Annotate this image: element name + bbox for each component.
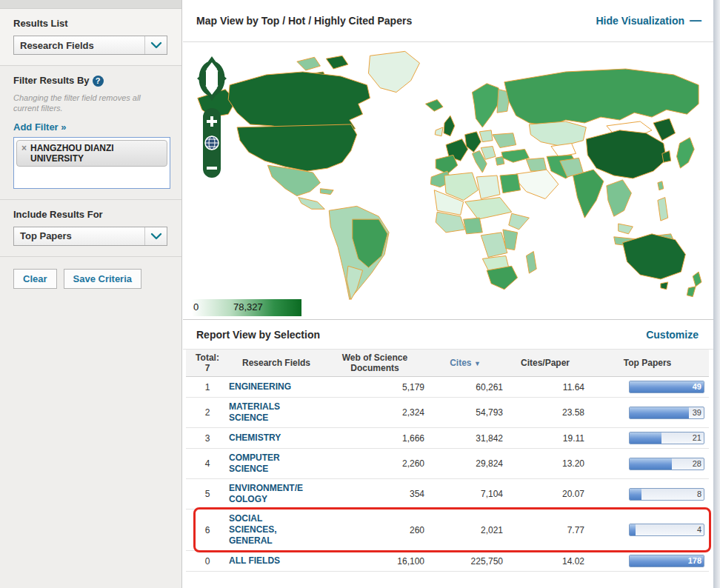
row-rank: 5 <box>186 489 229 499</box>
sidebar-top-strip <box>0 0 181 9</box>
row-cites: 2,021 <box>426 525 504 535</box>
col-wos-line2: Documents <box>324 363 426 373</box>
row-rank: 0 <box>186 556 229 567</box>
row-bar-cell: 8 <box>586 488 709 501</box>
chevron-down-icon <box>144 36 167 54</box>
hide-visualization-text: Hide Visualization <box>596 15 684 27</box>
col-top-papers: Top Papers <box>586 358 709 368</box>
research-field-link[interactable]: MATERIALS SCIENCE <box>229 401 303 424</box>
table-row: 6 SOCIAL SCIENCES, GENERAL 260 2,021 7.7… <box>186 510 709 551</box>
research-field-link[interactable]: ENVIRONMENT/ECOLOGY <box>229 483 303 505</box>
research-field-link[interactable]: SOCIAL SCIENCES, GENERAL <box>229 513 303 547</box>
row-docs: 354 <box>324 489 426 499</box>
row-cites: 60,261 <box>426 382 504 392</box>
add-filter-link[interactable]: Add Filter » <box>13 121 67 133</box>
row-rank: 2 <box>186 407 229 418</box>
clear-button[interactable]: Clear <box>13 269 57 289</box>
top-papers-value: 8 <box>697 490 701 498</box>
report-table-body: 1 ENGINEERING 5,179 60,261 11.64 49 2 MA… <box>186 377 709 572</box>
row-cites: 29,824 <box>426 458 504 469</box>
top-papers-value: 178 <box>688 556 701 565</box>
row-bar-cell: 178 <box>586 555 709 567</box>
include-results-section: Include Results For Top Papers <box>0 200 181 257</box>
table-row: 5 ENVIRONMENT/ECOLOGY 354 7,104 20.07 8 <box>186 479 709 510</box>
row-cites-per-paper: 14.02 <box>504 556 586 567</box>
map-area: 0 78,327 <box>183 42 713 320</box>
table-row: 4 COMPUTER SCIENCE 2,260 29,824 13.20 28 <box>186 449 709 479</box>
results-list-label: Results List <box>13 18 168 29</box>
map-pan-control[interactable] <box>195 56 229 101</box>
row-rank: 3 <box>186 433 229 444</box>
row-cites-per-paper: 19.11 <box>504 433 586 444</box>
col-total: Total: 7 <box>186 353 229 374</box>
report-view-title: Report View by Selection <box>196 329 320 341</box>
row-cites: 7,104 <box>426 489 504 499</box>
legend-min-value: 0 <box>193 301 199 313</box>
row-cites-per-paper: 13.20 <box>504 458 586 469</box>
top-papers-value: 28 <box>693 459 701 468</box>
row-docs: 1,666 <box>324 433 426 444</box>
row-cites-per-paper: 23.58 <box>504 407 586 418</box>
world-map-choropleth[interactable] <box>186 45 704 303</box>
help-icon[interactable]: ? <box>93 76 104 87</box>
row-bar-cell: 21 <box>586 432 709 444</box>
main-panel: Map View by Top / Hot / Highly Cited Pap… <box>183 0 713 588</box>
top-papers-bar: 4 <box>629 524 704 536</box>
research-field-link[interactable]: CHEMISTRY <box>229 432 303 444</box>
map-zoom-control[interactable] <box>202 107 221 178</box>
research-field-link[interactable]: ALL FIELDS <box>229 555 303 567</box>
col-cites-sort[interactable]: Cites ▼ <box>426 358 504 368</box>
row-cites: 31,842 <box>426 433 504 444</box>
col-cites-per-paper: Cites/Paper <box>504 358 586 368</box>
table-row: 1 ENGINEERING 5,179 60,261 11.64 49 <box>186 377 709 398</box>
filter-section: Filter Results By? Changing the filter f… <box>0 66 181 200</box>
report-table: Total: 7 Research Fields Web of Science … <box>186 350 709 572</box>
top-papers-bar: 21 <box>629 432 704 444</box>
row-docs: 260 <box>324 525 426 535</box>
top-papers-bar-fill <box>630 407 689 418</box>
top-papers-value: 4 <box>697 525 701 534</box>
include-results-dropdown-value: Top Papers <box>14 230 144 241</box>
row-cites-per-paper: 7.77 <box>504 525 586 535</box>
sort-desc-icon: ▼ <box>474 360 481 367</box>
sidebar-buttons: Clear Save Criteria <box>0 257 181 301</box>
row-docs: 5,179 <box>324 382 426 392</box>
map-view-header: Map View by Top / Hot / Highly Cited Pap… <box>183 0 713 42</box>
report-table-header-row: Total: 7 Research Fields Web of Science … <box>186 350 709 377</box>
row-bar-cell: 49 <box>586 381 709 393</box>
table-row: 3 CHEMISTRY 1,666 31,842 19.11 21 <box>186 428 709 449</box>
filter-results-by-label: Filter Results By? <box>13 75 168 87</box>
sidebar: Results List Research Fields Filter Resu… <box>0 0 182 588</box>
collapse-minus-icon: — <box>690 17 701 24</box>
row-bar-cell: 4 <box>586 524 709 536</box>
col-research-fields: Research Fields <box>229 358 324 368</box>
customize-link[interactable]: Customize <box>646 329 699 341</box>
results-list-dropdown[interactable]: Research Fields <box>13 36 167 55</box>
top-papers-value: 39 <box>693 408 701 417</box>
row-docs: 2,324 <box>324 407 426 418</box>
research-field-link[interactable]: COMPUTER SCIENCE <box>229 452 303 475</box>
include-results-dropdown[interactable]: Top Papers <box>13 227 167 246</box>
col-wos-line1: Web of Science <box>324 353 426 363</box>
legend-max-value: 78,327 <box>233 301 263 313</box>
save-criteria-button[interactable]: Save Criteria <box>64 269 142 289</box>
filter-tag[interactable]: × HANGZHOU DIANZI UNIVERSITY <box>16 140 167 167</box>
vertical-scrollbar[interactable] <box>713 0 720 588</box>
top-papers-bar-fill <box>630 489 641 500</box>
filter-box[interactable]: × HANGZHOU DIANZI UNIVERSITY <box>13 137 170 189</box>
top-papers-bar: 49 <box>629 381 704 393</box>
row-bar-cell: 28 <box>586 458 709 470</box>
report-view-header: Report View by Selection Customize <box>183 320 713 350</box>
row-bar-cell: 39 <box>586 407 709 419</box>
top-papers-value: 49 <box>693 382 701 391</box>
hide-visualization-link[interactable]: Hide Visualization — <box>596 15 701 27</box>
research-field-link[interactable]: ENGINEERING <box>229 381 303 392</box>
top-papers-bar-fill <box>630 458 672 470</box>
col-total-line2: 7 <box>186 363 229 373</box>
top-papers-bar-fill <box>630 524 636 535</box>
remove-filter-icon[interactable]: × <box>21 143 27 153</box>
top-papers-bar: 178 <box>629 555 704 567</box>
top-papers-bar: 28 <box>629 458 704 470</box>
row-docs: 2,260 <box>324 458 426 469</box>
results-list-dropdown-value: Research Fields <box>14 40 144 51</box>
